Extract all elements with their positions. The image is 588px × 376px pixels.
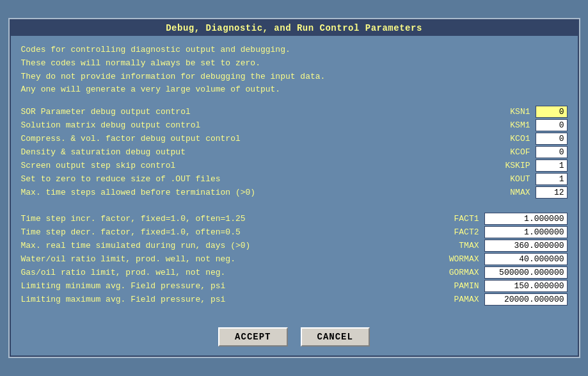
param-label: Limiting minimum avg. Field pressure, ps…	[21, 281, 428, 291]
param-row: Max. time steps allowed before terminati…	[21, 186, 568, 199]
param-label: Solution matrix debug output control	[21, 120, 479, 130]
param-code: FACT2	[428, 227, 479, 237]
desc-line-2: These codes will normally always be set …	[21, 57, 568, 70]
param-input-kco1[interactable]	[536, 133, 568, 145]
param-code: KSN1	[479, 107, 530, 117]
integer-params-section: SOR Parameter debug output controlKSN1So…	[21, 106, 568, 199]
title-bar: Debug, Diagnostic, and Run Control Param…	[11, 20, 578, 36]
param-input-tmax[interactable]	[484, 240, 568, 252]
param-input-ksn1[interactable]	[536, 106, 568, 118]
param-code: KSKIP	[479, 161, 530, 170]
param-row: Time step decr. factor, fixed=1.0, often…	[21, 226, 568, 238]
float-params-section: Time step incr. factor, fixed=1.0, often…	[21, 213, 568, 306]
desc-line-1: Codes for controlling diagnostic output …	[21, 44, 568, 57]
param-code: NMAX	[479, 188, 530, 197]
param-label: Set to zero to reduce size of .OUT files	[21, 174, 479, 184]
param-row: Set to zero to reduce size of .OUT files…	[21, 173, 568, 185]
param-row: Density & saturation debug outputKCOF	[21, 146, 568, 158]
param-row: SOR Parameter debug output controlKSN1	[21, 106, 568, 118]
param-label: Max. real time simulated during run, day…	[21, 241, 428, 250]
param-row: Gas/oil ratio limit, prod. well, not neg…	[21, 266, 568, 279]
main-dialog: Debug, Diagnostic, and Run Control Param…	[10, 19, 579, 357]
param-row: Compress. & vol. factor debug output con…	[21, 133, 568, 145]
description-block: Codes for controlling diagnostic output …	[21, 44, 568, 97]
param-row: Limiting maximum avg. Field pressure, ps…	[21, 293, 568, 306]
param-input-pamin[interactable]	[484, 280, 568, 292]
param-label: Time step decr. factor, fixed=1.0, often…	[21, 227, 428, 237]
param-input-kskip[interactable]	[536, 159, 568, 172]
dialog-content: Codes for controlling diagnostic output …	[11, 36, 578, 321]
accept-button[interactable]: ACCEPT	[218, 327, 287, 347]
param-code: FACT1	[428, 214, 479, 224]
param-input-nmax[interactable]	[536, 186, 568, 199]
param-label: Compress. & vol. factor debug output con…	[21, 134, 479, 143]
param-input-pamax[interactable]	[484, 293, 568, 306]
param-label: Time step incr. factor, fixed=1.0, often…	[21, 214, 428, 224]
param-input-kout[interactable]	[536, 173, 568, 185]
param-code: TMAX	[428, 241, 479, 250]
cancel-button[interactable]: CANCEL	[301, 327, 370, 347]
param-code: KOUT	[479, 174, 530, 184]
param-label: Max. time steps allowed before terminati…	[21, 188, 479, 197]
dialog-footer: ACCEPT CANCEL	[11, 321, 578, 356]
param-code: KCO1	[479, 134, 530, 143]
param-label: Screen output step skip control	[21, 161, 479, 170]
param-row: Max. real time simulated during run, day…	[21, 240, 568, 252]
param-code: PAMAX	[428, 295, 479, 304]
dialog-title: Debug, Diagnostic, and Run Control Param…	[166, 23, 422, 33]
param-code: WORMAX	[428, 254, 479, 264]
param-code: KCOF	[479, 147, 530, 157]
param-code: PAMIN	[428, 281, 479, 291]
param-input-gormax[interactable]	[484, 266, 568, 279]
param-label: Gas/oil ratio limit, prod. well, not neg…	[21, 268, 428, 277]
param-code: KSM1	[479, 120, 530, 130]
param-row: Solution matrix debug output controlKSM1	[21, 119, 568, 131]
param-input-kcof[interactable]	[536, 146, 568, 158]
param-input-fact1[interactable]	[484, 213, 568, 225]
param-input-fact2[interactable]	[484, 226, 568, 238]
param-row: Water/oil ratio limit, prod. well, not n…	[21, 253, 568, 265]
param-code: GORMAX	[428, 268, 479, 277]
param-label: Water/oil ratio limit, prod. well, not n…	[21, 254, 428, 264]
param-row: Time step incr. factor, fixed=1.0, often…	[21, 213, 568, 225]
param-input-wormax[interactable]	[484, 253, 568, 265]
param-label: Density & saturation debug output	[21, 147, 479, 157]
param-input-ksm1[interactable]	[536, 119, 568, 131]
param-label: SOR Parameter debug output control	[21, 107, 479, 117]
param-row: Limiting minimum avg. Field pressure, ps…	[21, 280, 568, 292]
param-label: Limiting maximum avg. Field pressure, ps…	[21, 295, 428, 304]
desc-line-3: They do not provide information for debu…	[21, 70, 568, 84]
param-row: Screen output step skip controlKSKIP	[21, 159, 568, 172]
desc-line-4: Any one will generate a very large volum…	[21, 83, 568, 97]
